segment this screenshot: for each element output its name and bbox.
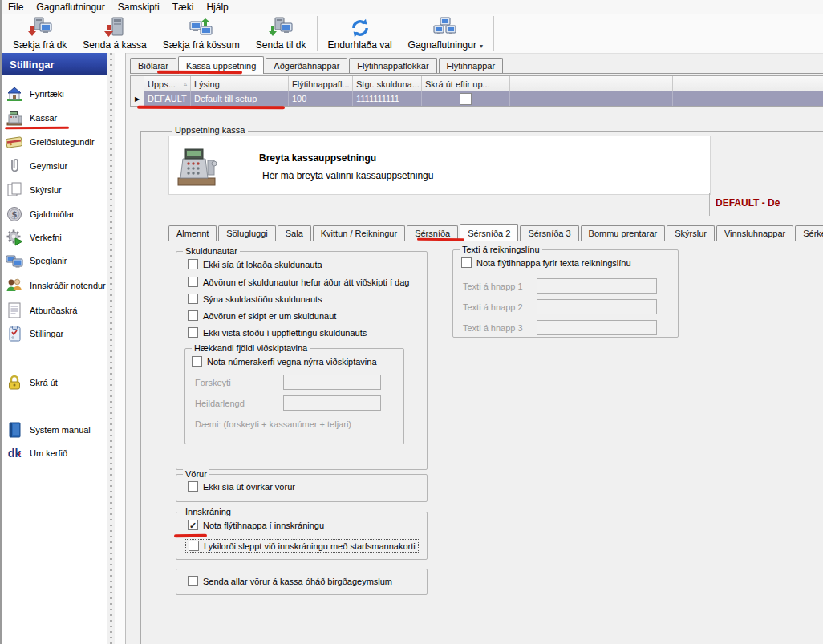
ekki-vista-stodu-checkbox[interactable]	[188, 327, 198, 338]
grid-corner-cell[interactable]	[131, 76, 144, 91]
menu-taeki[interactable]: Tæki	[166, 0, 201, 14]
texti-hnapp-3-input[interactable]	[537, 320, 657, 335]
send-to-register-button[interactable]: Senda á kassa	[75, 14, 154, 53]
menu-file[interactable]: File	[2, 0, 30, 14]
tab-adgerdahnappar[interactable]: Aðgerðahnappar	[266, 58, 347, 73]
skra-ut-checkbox[interactable]	[460, 93, 472, 105]
tab-flytihnappar[interactable]: Flýtihnappar	[439, 58, 504, 73]
lykilordi-sleppt-checkbox[interactable]	[189, 541, 199, 551]
row-selector-cell[interactable]: ▶	[131, 91, 144, 106]
cell-upps[interactable]: DEFAULT	[144, 91, 191, 106]
send-to-dk-button[interactable]: Senda til dk	[248, 14, 314, 53]
annotation-underline-default-row	[137, 106, 285, 110]
tab-vinnsluhnappar[interactable]: Vinnsluhnappar	[716, 225, 793, 241]
ekki-sia-ut-ovirkar-vorur-checkbox[interactable]	[188, 481, 198, 492]
panel-title: Breyta kassauppsetningu	[259, 152, 376, 164]
sidebar-item-speglanir[interactable]: Speglanir	[5, 250, 104, 271]
checkbox-row: Aðvörun ef skuldunautur hefur áður átt v…	[188, 277, 409, 287]
tab-serkerfi[interactable]: Sérkerfi	[795, 225, 823, 241]
sidebar-item-verkefni[interactable]: Verkefni	[5, 227, 104, 248]
sidebar-item-atburdaskra[interactable]: Atburðaskrá	[5, 300, 104, 321]
sidebar-item-stillingar[interactable]: Stillingar	[5, 323, 104, 344]
currency-coin-icon: $	[5, 205, 24, 224]
sidebar-item-skra-ut[interactable]: Skrá út	[5, 372, 104, 393]
sidebar-item-system-manual[interactable]: System manual	[5, 419, 104, 440]
grid-column-upps[interactable]: Upps...▵	[144, 76, 191, 91]
ekki-sia-ut-lokada-checkbox[interactable]	[188, 259, 198, 269]
skuldunautar-group: Skuldunautar Ekki sía út lokaða skulduna…	[176, 251, 428, 470]
tasks-gear-icon	[5, 228, 24, 247]
sidebar-item-kassar[interactable]: Kassar	[5, 107, 104, 128]
cell-lysing[interactable]: Default till setup	[191, 91, 289, 106]
menu-hjalp[interactable]: Hjálp	[200, 0, 234, 14]
sidebar-splitter[interactable]	[107, 53, 115, 644]
texti-hnapp-2-label: Texti á hnapp 2	[463, 302, 523, 312]
cash-register-large-icon	[174, 143, 219, 188]
toolbar: Sækja frá dk Senda á kassa Sækja frá kös…	[2, 14, 823, 54]
check-icon: ✓	[189, 521, 197, 529]
tab-solugluggi[interactable]: Sölugluggi	[218, 225, 275, 241]
syna-skuldastodu-checkbox[interactable]	[188, 294, 198, 304]
config-grid: Upps...▵ Lýsing Flýtihnappafl... Stgr. s…	[130, 75, 823, 107]
advorun-vidskipti-i-dag-checkbox[interactable]	[188, 277, 198, 287]
tab-sersnida-2[interactable]: Sérsníða 2	[460, 224, 518, 241]
main-area: Biðlarar Kassa uppsetning Aðgerðahnappar…	[115, 53, 823, 644]
toolbar-button-label: Endurhlaða val	[328, 39, 392, 51]
forskeyti-input[interactable]	[283, 375, 381, 390]
toolbar-button-label: Senda á kassa	[83, 39, 146, 51]
reload-selection-button[interactable]: Endurhlaða val	[320, 14, 400, 53]
toolbar-separator	[493, 16, 494, 51]
grid-row-default[interactable]: ▶ DEFAULT Default till setup 100 1111111…	[131, 91, 823, 106]
header-divider-horizontal	[144, 217, 823, 217]
checkbox-row: Ekki sía út lokaða skuldunauta	[188, 259, 322, 269]
logout-lock-icon	[5, 373, 24, 392]
tab-sala[interactable]: Sala	[278, 225, 311, 241]
users-icon	[5, 276, 24, 295]
grid-column-filler	[673, 76, 823, 91]
tab-sersnida-3[interactable]: Sérsníða 3	[520, 225, 578, 241]
senda-allar-vorur-checkbox[interactable]	[188, 576, 198, 586]
sidebar-item-innskradir-notendur[interactable]: Innskráðir notendur	[5, 275, 104, 296]
data-transfer-button[interactable]: Gagnaflutningur▾	[400, 14, 491, 53]
checkbox-row: Ekki vista stöðu í uppflettingu skulduna…	[188, 327, 367, 338]
sidebar-item-greidslutegundir[interactable]: Greiðslutegundir	[5, 132, 104, 152]
heildarlengd-label: Heildarlengd	[195, 399, 245, 408]
nota-flytihnappa-innskraning-checkbox[interactable]: ✓	[188, 520, 198, 530]
haekkandi-fjoldi-group: Hækkandi fjöldi viðskiptavina Nota númer…	[184, 348, 404, 444]
fetch-from-registers-button[interactable]: Sækja frá kössum	[155, 14, 248, 53]
sidebar-item-gjaldmidlar[interactable]: $ Gjaldmiðlar	[5, 204, 104, 225]
dropdown-arrow-icon[interactable]: ▾	[480, 43, 483, 50]
nota-numerakerfi-checkbox[interactable]	[192, 356, 202, 367]
sidebar-item-geymslur[interactable]: Geymslur	[5, 156, 104, 176]
fetch-from-dk-button[interactable]: Sækja frá dk	[5, 14, 75, 53]
sidebar-item-skyrslur[interactable]: Skýrslur	[5, 180, 104, 200]
tab-bommu-prentarar[interactable]: Bommu prentarar	[581, 225, 666, 241]
annotation-underline-sersnida-2-tab	[417, 238, 464, 241]
checkbox-row: Nota flýtihnappa fyrir texta reikningslí…	[461, 257, 631, 268]
menu-gagnaflutningur[interactable]: Gagnaflutningur	[30, 0, 111, 14]
texti-hnapp-1-input[interactable]	[537, 278, 657, 294]
heildarlengd-input[interactable]	[283, 395, 381, 411]
grid-column-skra-ut-eftir[interactable]: Skrá út eftir up...	[422, 76, 510, 91]
send-to-register-icon	[104, 16, 125, 39]
cell-skra-ut-eftir[interactable]	[422, 91, 510, 106]
texti-hnapp-2-input[interactable]	[537, 299, 657, 314]
grid-column-flytihnappafl[interactable]: Flýtihnappafl...	[289, 76, 353, 91]
cell-stgr-skulduna[interactable]: 1111111111	[353, 91, 422, 106]
sidebar-item-fyrirtaeki[interactable]: Fyrirtæki	[5, 83, 104, 104]
checkbox-row: Aðvörun ef skipt er um skuldunaut	[188, 310, 336, 321]
tab-flytihnappaflokkar[interactable]: Flýtihnappaflokkar	[349, 58, 436, 73]
nota-flytihnappa-texta-checkbox[interactable]	[461, 257, 472, 268]
menu-samskipti[interactable]: Samskipti	[111, 0, 166, 14]
grid-column-stgr-skulduna[interactable]: Stgr. skulduna...	[353, 76, 422, 91]
sidebar-item-um-kerfid[interactable]: dk› Um kerfið	[5, 443, 104, 464]
tab-almennt[interactable]: Almennt	[168, 225, 217, 241]
grid-column-lysing[interactable]: Lýsing	[191, 76, 289, 91]
cell-flytihnappafl[interactable]: 100	[289, 91, 353, 106]
tab-skyrslur[interactable]: Skýrslur	[667, 225, 715, 241]
tab-kvittun-reikningur[interactable]: Kvittun / Reikningur	[313, 225, 405, 241]
annotation-underline-kassar	[5, 127, 69, 130]
reload-icon	[350, 16, 371, 39]
checkbox-row: ✓ Nota flýtihnappa í innskráningu	[188, 520, 324, 530]
advorun-skipt-um-skuldunaut-checkbox[interactable]	[188, 310, 198, 321]
